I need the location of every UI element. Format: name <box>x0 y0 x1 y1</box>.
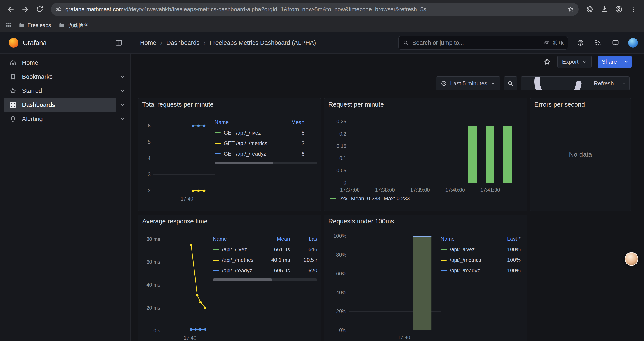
panel-title[interactable]: Errors per second <box>534 101 585 108</box>
chevron-down-icon <box>120 88 126 94</box>
share-main[interactable]: Share <box>598 56 621 68</box>
x-axis: 17:40 <box>163 331 213 340</box>
scrollbar-thumb[interactable] <box>214 162 273 164</box>
legend-series-name[interactable]: GET /api/_/livez <box>214 130 280 136</box>
panel-title[interactable]: Request per minute <box>328 101 384 108</box>
back-button[interactable] <box>4 3 17 16</box>
legend-series-name[interactable]: /api/_/readyz <box>440 267 494 274</box>
legend-col-header[interactable]: Las <box>290 236 317 242</box>
legend-value: 2 <box>280 140 304 146</box>
url-bar[interactable]: grafana.mathmast.com/d/deytv4rwavabkb/fr… <box>51 3 579 16</box>
legend-col-header[interactable]: Mean <box>280 119 304 125</box>
refresh-interval-button[interactable] <box>618 77 629 90</box>
sidebar-expand-button[interactable] <box>116 116 129 122</box>
refresh-main[interactable]: Refresh <box>521 77 618 90</box>
chart-area: 0.250.20.150.10.05017:37:0017:38:0017:39… <box>328 119 524 211</box>
legend-row: /api/_/readyz605 µs620 <box>213 265 317 276</box>
legend-value: 40.1 ms <box>263 257 290 263</box>
chart-area: 100%80%60%40%20%0%17:40 <box>328 235 440 341</box>
bookmark-item[interactable]: Freeleaps <box>15 20 54 31</box>
sidebar-expand-button[interactable] <box>116 74 129 80</box>
share-button[interactable]: Share <box>598 56 632 68</box>
breadcrumb-separator: › <box>204 39 206 47</box>
legend-scrollbar[interactable] <box>214 162 317 164</box>
plot-area[interactable] <box>349 235 440 330</box>
sidebar-toggle-icon[interactable] <box>115 39 123 47</box>
scrollbar-thumb[interactable] <box>213 278 272 281</box>
sidebar-item-link[interactable]: Dashboards <box>4 98 116 112</box>
apps-grid-icon[interactable] <box>5 22 12 29</box>
user-avatar[interactable] <box>628 38 638 48</box>
share-menu-button[interactable] <box>621 56 632 68</box>
legend-series-name[interactable]: /api/_/livez <box>213 246 263 253</box>
legend-series-name[interactable]: GET /api/_/metrics <box>214 140 280 146</box>
sidebar-item-link[interactable]: Starred <box>4 84 116 98</box>
breadcrumb-item[interactable]: Home <box>140 39 156 46</box>
legend-series-name[interactable]: 2xxMean: 0.233Max: 0.233 <box>330 195 410 202</box>
search-input[interactable]: Search or jump to... ⌘+k <box>398 36 568 50</box>
downloads-button[interactable] <box>598 3 611 16</box>
y-tick-label: 20 ms <box>146 305 160 311</box>
breadcrumb-separator: › <box>160 39 162 47</box>
sidebar-item-dashboards: Dashboards <box>4 98 129 112</box>
chevron-down-icon <box>120 102 126 108</box>
panel-body: 0.250.20.150.10.05017:37:0017:38:0017:39… <box>324 111 527 211</box>
bookmark-item[interactable]: 收藏博客 <box>56 20 92 31</box>
sidebar-item-link[interactable]: Alerting <box>4 112 116 126</box>
legend-value: 6 <box>280 130 304 136</box>
bookmark-star-icon[interactable] <box>567 6 574 13</box>
sidebar-expand-button[interactable] <box>116 102 129 108</box>
refresh-button[interactable]: Refresh <box>521 76 630 90</box>
panel-title[interactable]: Requests under 100ms <box>328 218 394 225</box>
reload-button[interactable] <box>33 3 46 16</box>
grafana-logo[interactable] <box>9 38 18 48</box>
plot-area[interactable] <box>163 235 213 331</box>
legend-row: /api/_/metrics40.1 ms20.5 r <box>213 255 317 265</box>
axis-wrap: 80 ms60 ms40 ms20 ms0 s <box>142 235 213 331</box>
extensions-button[interactable] <box>584 3 596 16</box>
legend-value: 100% <box>494 267 520 274</box>
news-button[interactable] <box>593 38 603 48</box>
sidebar-item-link[interactable]: Home <box>4 56 129 70</box>
plot-area[interactable] <box>349 119 524 183</box>
help-button[interactable] <box>576 38 585 48</box>
legend-series-name[interactable]: /api/_/livez <box>440 246 494 253</box>
org-name[interactable]: Grafana <box>23 39 46 47</box>
breadcrumb-item[interactable]: Freeleaps Metrics Dashboard (ALPHA) <box>210 39 316 46</box>
legend-series-name[interactable]: /api/_/metrics <box>213 257 263 263</box>
legend-series-name[interactable]: /api/_/metrics <box>440 257 494 263</box>
legend-series-name[interactable]: /api/_/readyz <box>213 267 263 274</box>
breadcrumb-item[interactable]: Dashboards <box>166 39 200 46</box>
panel-title[interactable]: Average response time <box>142 218 208 225</box>
sidebar-item-label: Alerting <box>22 115 43 122</box>
legend-series-name[interactable]: GET /api/_/readyz <box>214 151 280 157</box>
legend-scrollbar[interactable] <box>213 278 317 281</box>
series-swatch <box>440 249 447 250</box>
legend-col-name[interactable]: Name <box>440 236 494 242</box>
plot-area[interactable] <box>153 119 214 192</box>
search-icon <box>403 40 409 46</box>
export-button[interactable]: Export <box>558 56 592 68</box>
legend-col-header[interactable]: Mean <box>263 236 290 242</box>
panel-body: 100%80%60%40%20%0%17:40NameLast */api/_/… <box>324 228 527 341</box>
panel-title[interactable]: Total requests per minute <box>142 101 214 108</box>
site-settings-icon[interactable] <box>55 6 62 13</box>
rss-icon <box>594 39 602 47</box>
forward-button[interactable] <box>19 3 32 16</box>
panel-header: Total requests per minute <box>138 98 321 111</box>
legend-col-name[interactable]: Name <box>214 119 280 125</box>
time-range-picker[interactable]: Last 5 minutes <box>436 76 500 90</box>
legend-col-header[interactable]: Last * <box>494 236 520 242</box>
assistant-avatar[interactable] <box>625 252 638 266</box>
browser-menu-button[interactable] <box>627 3 640 16</box>
display-button[interactable] <box>611 38 620 48</box>
zoom-out-button[interactable] <box>504 76 517 90</box>
sidebar-expand-button[interactable] <box>116 88 129 94</box>
legend-value: 100% <box>494 257 520 263</box>
favorite-star-icon[interactable] <box>543 58 551 66</box>
reload-icon <box>36 5 44 13</box>
y-tick-label: 40 ms <box>146 282 160 288</box>
profile-button[interactable] <box>612 3 625 16</box>
sidebar-item-link[interactable]: Bookmarks <box>4 70 116 84</box>
legend-col-name[interactable]: Name <box>213 236 263 242</box>
